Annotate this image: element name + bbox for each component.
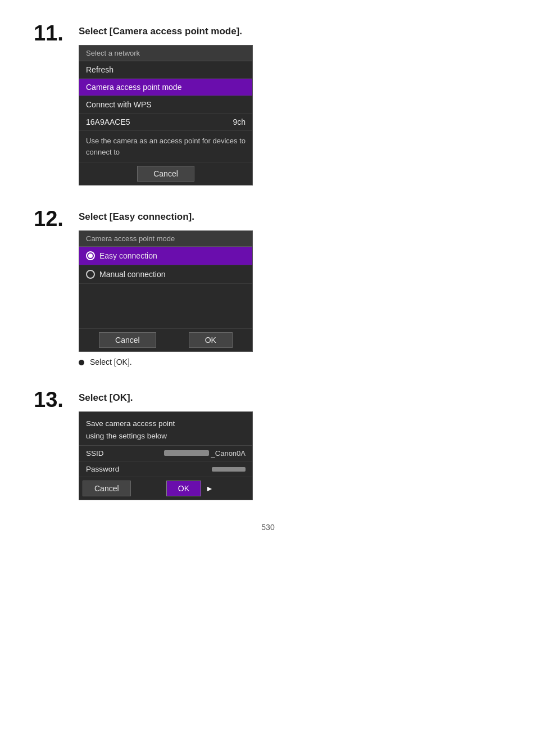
step-12-footer: Cancel OK bbox=[79, 329, 252, 351]
step-11-row-ssid[interactable]: 16A9AACE5 9ch bbox=[79, 114, 252, 131]
step-13-password-row: Password bbox=[79, 461, 252, 477]
step-12-bullet-dot bbox=[79, 360, 84, 365]
step-12-manual-connection-label: Manual connection bbox=[99, 270, 166, 279]
step-11-refresh-label: Refresh bbox=[86, 65, 113, 74]
step-12-manual-connection-row[interactable]: Manual connection bbox=[79, 265, 252, 284]
step-11-content: Select [Camera access point mode]. Selec… bbox=[79, 22, 502, 185]
step-11-row-camera-access[interactable]: Camera access point mode bbox=[79, 79, 252, 96]
step-11: 11. Select [Camera access point mode]. S… bbox=[34, 22, 502, 185]
step-12-empty-space bbox=[79, 284, 252, 329]
step-13-password-label: Password bbox=[86, 465, 119, 473]
step-13-content: Select [OK]. Save camera access point us… bbox=[79, 389, 502, 500]
step-11-title: Select [Camera access point mode]. bbox=[79, 26, 502, 37]
step-12-ok-button[interactable]: OK bbox=[189, 332, 233, 348]
step-11-camera-access-label: Camera access point mode bbox=[86, 83, 181, 92]
step-12-bullet-text: Select [OK]. bbox=[90, 357, 132, 366]
step-11-row-wps[interactable]: Connect with WPS bbox=[79, 96, 252, 114]
step-12-easy-connection-label: Easy connection bbox=[99, 251, 157, 260]
step-11-ssid-extra: 9ch bbox=[233, 117, 246, 126]
step-12-cancel-button[interactable]: Cancel bbox=[99, 332, 156, 348]
step-13-password-blur bbox=[212, 467, 246, 472]
step-12-title: Select [Easy connection]. bbox=[79, 211, 502, 223]
step-11-ssid-label: 16A9AACE5 bbox=[86, 117, 130, 126]
step-12-bullet: Select [OK]. bbox=[79, 357, 502, 366]
step-13-ok-button[interactable]: OK bbox=[166, 481, 201, 496]
step-12-easy-connection-radio bbox=[86, 251, 95, 260]
step-11-panel-header: Select a network bbox=[79, 46, 252, 61]
step-13-info: Save camera access point using the setti… bbox=[79, 412, 252, 446]
step-12-number: 12. bbox=[34, 208, 79, 229]
step-11-wps-label: Connect with WPS bbox=[86, 100, 152, 109]
step-13-ssid-value: _Canon0A bbox=[164, 449, 246, 458]
step-11-footer: Cancel bbox=[79, 162, 252, 185]
step-13-panel: Save camera access point using the setti… bbox=[79, 411, 253, 500]
step-12-manual-connection-radio bbox=[86, 270, 95, 279]
step-12-content: Select [Easy connection]. Camera access … bbox=[79, 208, 502, 366]
step-13-ssid-label: SSID bbox=[86, 449, 104, 458]
step-11-row-refresh[interactable]: Refresh bbox=[79, 61, 252, 79]
step-12-panel: Camera access point mode Easy connection… bbox=[79, 230, 253, 352]
step-13-ssid-row: SSID _Canon0A bbox=[79, 446, 252, 461]
step-11-cancel-button[interactable]: Cancel bbox=[137, 166, 194, 182]
step-13-number: 13. bbox=[34, 389, 79, 410]
step-13-info-line1: Save camera access point bbox=[86, 419, 175, 428]
step-11-panel: Select a network Refresh Camera access p… bbox=[79, 45, 253, 185]
step-12-easy-connection-row[interactable]: Easy connection bbox=[79, 247, 252, 265]
step-12-panel-header: Camera access point mode bbox=[79, 231, 252, 247]
step-13-ssid-blur bbox=[164, 450, 209, 456]
page-number: 530 bbox=[34, 523, 502, 532]
step-13-password-value bbox=[212, 465, 246, 473]
step-13-ssid-canon: _Canon0A bbox=[211, 449, 246, 458]
step-13-title: Select [OK]. bbox=[79, 392, 502, 404]
step-11-number: 11. bbox=[34, 22, 79, 44]
step-13-cancel-button[interactable]: Cancel bbox=[83, 481, 131, 496]
step-12: 12. Select [Easy connection]. Camera acc… bbox=[34, 208, 502, 366]
step-11-description: Use the camera as an access point for de… bbox=[79, 131, 252, 162]
step-13-info-line2: using the settings below bbox=[86, 432, 167, 440]
step-13: 13. Select [OK]. Save camera access poin… bbox=[34, 389, 502, 500]
step-13-arrow-icon: ► bbox=[206, 484, 214, 493]
step-13-footer: Cancel OK ► bbox=[79, 477, 252, 500]
